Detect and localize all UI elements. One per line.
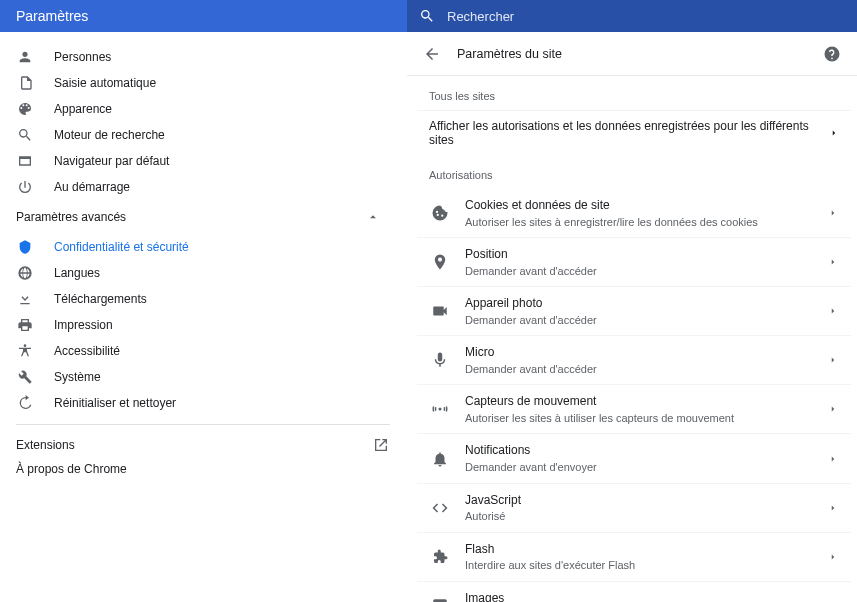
section-all-sites: Tous les sites: [407, 76, 857, 110]
sidebar-item-label: Système: [54, 370, 101, 384]
chevron-right-icon: [827, 454, 839, 464]
sidebar-item-palette[interactable]: Apparence: [0, 96, 406, 122]
divider: [16, 424, 390, 425]
advanced-label: Paramètres avancés: [16, 210, 126, 224]
puzzle-icon: [429, 548, 451, 566]
section-permissions: Autorisations: [407, 155, 857, 189]
search-input[interactable]: [447, 9, 857, 24]
row-title: Appareil photo: [465, 295, 827, 312]
chevron-right-icon: [827, 552, 839, 562]
sidebar-item-clipboard[interactable]: Saisie automatique: [0, 70, 406, 96]
sidebar-item-label: Réinitialiser et nettoyer: [54, 396, 176, 410]
mic-icon: [429, 351, 451, 369]
sidebar-item-accessibility[interactable]: Accessibilité: [0, 338, 406, 364]
row-title: Capteurs de mouvement: [465, 393, 827, 410]
sidebar-item-label: Confidentialité et sécurité: [54, 240, 189, 254]
search-icon: [419, 8, 435, 24]
permission-row-mic[interactable]: MicroDemander avant d'accéder: [417, 335, 851, 384]
chevron-right-icon: [829, 128, 839, 138]
chevron-right-icon: [827, 208, 839, 218]
bell-icon: [429, 450, 451, 468]
sidebar: PersonnesSaisie automatiqueApparenceMote…: [0, 32, 407, 602]
sidebar-item-restore[interactable]: Réinitialiser et nettoyer: [0, 390, 406, 416]
accessibility-icon: [16, 343, 34, 359]
sidebar-item-label: Personnes: [54, 50, 111, 64]
page-title: Paramètres du site: [457, 47, 807, 61]
content-area: Paramètres du site Tous les sites Affich…: [407, 32, 857, 602]
app-title: Paramètres: [0, 8, 407, 24]
permission-row-motion[interactable]: Capteurs de mouvementAutoriser les sites…: [417, 384, 851, 433]
sidebar-item-shield[interactable]: Confidentialité et sécurité: [0, 234, 406, 260]
permission-row-bell[interactable]: NotificationsDemander avant d'envoyer: [417, 433, 851, 482]
sidebar-item-label: Apparence: [54, 102, 112, 116]
sidebar-item-search[interactable]: Moteur de recherche: [0, 122, 406, 148]
extensions-link[interactable]: Extensions: [0, 433, 406, 457]
row-title: Micro: [465, 344, 827, 361]
sidebar-item-browser[interactable]: Navigateur par défaut: [0, 148, 406, 174]
browser-icon: [16, 153, 34, 169]
image-icon: [429, 597, 451, 602]
chevron-right-icon: [827, 355, 839, 365]
permission-row-camera[interactable]: Appareil photoDemander avant d'accéder: [417, 286, 851, 335]
row-subtitle: Autorisé: [465, 509, 827, 523]
sidebar-item-download[interactable]: Téléchargements: [0, 286, 406, 312]
restore-icon: [16, 395, 34, 411]
palette-icon: [16, 101, 34, 117]
row-title: JavaScript: [465, 492, 827, 509]
chevron-right-icon: [827, 404, 839, 414]
row-title: Flash: [465, 541, 827, 558]
code-icon: [429, 499, 451, 517]
sidebar-item-label: Langues: [54, 266, 100, 280]
power-icon: [16, 179, 34, 195]
permission-row-puzzle[interactable]: FlashInterdire aux sites d'exécuter Flas…: [417, 532, 851, 581]
row-title: Images: [465, 590, 827, 602]
row-subtitle: Demander avant d'envoyer: [465, 460, 827, 474]
view-permissions-row[interactable]: Afficher les autorisations et les donnée…: [417, 110, 851, 155]
chevron-right-icon: [827, 306, 839, 316]
clipboard-icon: [16, 75, 34, 91]
row-title: Cookies et données de site: [465, 197, 827, 214]
camera-icon: [429, 302, 451, 320]
extensions-label: Extensions: [16, 438, 75, 452]
back-button[interactable]: [423, 45, 441, 63]
search-bar[interactable]: [407, 0, 857, 32]
launch-icon: [372, 436, 390, 454]
row-subtitle: Demander avant d'accéder: [465, 313, 827, 327]
sidebar-item-person[interactable]: Personnes: [0, 44, 406, 70]
row-subtitle: Demander avant d'accéder: [465, 264, 827, 278]
sidebar-item-label: Téléchargements: [54, 292, 147, 306]
location-icon: [429, 253, 451, 271]
chevron-right-icon: [827, 503, 839, 513]
sidebar-item-power[interactable]: Au démarrage: [0, 174, 406, 200]
search-icon: [16, 127, 34, 143]
sidebar-item-label: Au démarrage: [54, 180, 130, 194]
permission-row-image[interactable]: ImagesTout afficher: [417, 581, 851, 602]
about-link[interactable]: À propos de Chrome: [0, 457, 406, 481]
sidebar-item-label: Moteur de recherche: [54, 128, 165, 142]
chevron-up-icon: [364, 208, 382, 226]
sidebar-item-label: Impression: [54, 318, 113, 332]
permission-row-code[interactable]: JavaScriptAutorisé: [417, 483, 851, 532]
print-icon: [16, 317, 34, 333]
person-icon: [16, 49, 34, 65]
wrench-icon: [16, 369, 34, 385]
row-subtitle: Interdire aux sites d'exécuter Flash: [465, 558, 827, 572]
row-subtitle: Demander avant d'accéder: [465, 362, 827, 376]
chevron-right-icon: [827, 257, 839, 267]
row-title: Position: [465, 246, 827, 263]
help-button[interactable]: [823, 45, 841, 63]
row-subtitle: Autoriser les sites à enregistrer/lire l…: [465, 215, 827, 229]
permission-row-cookie[interactable]: Cookies et données de siteAutoriser les …: [417, 189, 851, 237]
row-title: Notifications: [465, 442, 827, 459]
advanced-toggle[interactable]: Paramètres avancés: [0, 204, 406, 230]
globe-icon: [16, 265, 34, 281]
sidebar-item-label: Accessibilité: [54, 344, 120, 358]
row-subtitle: Autoriser les sites à utiliser les capte…: [465, 411, 827, 425]
permission-row-location[interactable]: PositionDemander avant d'accéder: [417, 237, 851, 286]
sidebar-item-print[interactable]: Impression: [0, 312, 406, 338]
sidebar-item-globe[interactable]: Langues: [0, 260, 406, 286]
sidebar-item-wrench[interactable]: Système: [0, 364, 406, 390]
sidebar-item-label: Saisie automatique: [54, 76, 156, 90]
shield-icon: [16, 239, 34, 255]
view-permissions-label: Afficher les autorisations et les donnée…: [429, 119, 829, 147]
